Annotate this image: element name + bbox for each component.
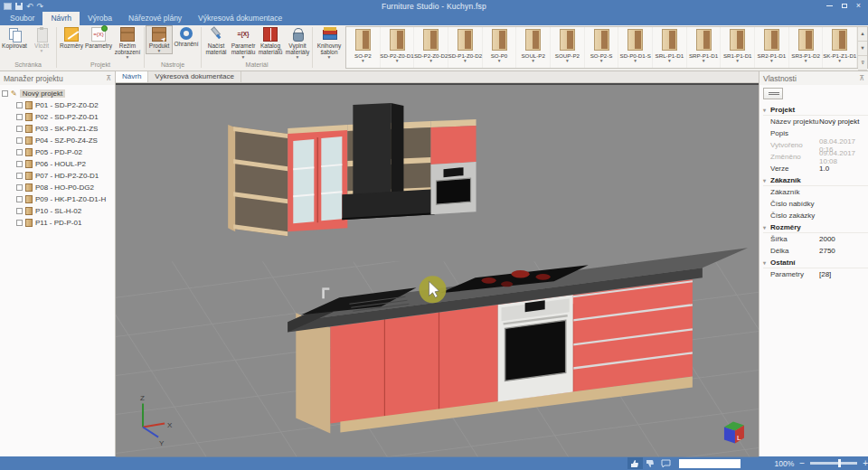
property-row[interactable]: Název projektuNový projekt xyxy=(763,116,868,127)
close-button[interactable]: × xyxy=(856,2,861,10)
tree-item[interactable]: P06 - HOUL-P2 xyxy=(2,158,113,170)
undo-icon[interactable]: ↶ xyxy=(26,2,33,11)
edging-button[interactable]: Ohranění xyxy=(173,25,200,48)
gallery-item[interactable]: SO-P2▾ xyxy=(346,27,381,68)
checkbox[interactable] xyxy=(16,126,23,132)
gallery-item[interactable]: SR2-P1-D1▾ xyxy=(755,27,789,68)
property-row[interactable]: Parametry[28] xyxy=(763,268,868,280)
feedback-input[interactable] xyxy=(679,459,741,468)
tab-vykresova-dokumentace[interactable]: Výkresová dokumentace xyxy=(190,12,290,25)
tab-narezove-plany[interactable]: Nářezové plány xyxy=(120,12,190,25)
redo-icon[interactable]: ↷ xyxy=(37,2,44,11)
pin-icon[interactable]: ⊼ xyxy=(859,74,864,82)
glass-door-cabinet[interactable] xyxy=(288,125,347,231)
tab-vyroba[interactable]: Výroba xyxy=(80,12,120,25)
zoom-out-button[interactable]: − xyxy=(799,459,805,468)
dimensions-button[interactable]: Rozměry xyxy=(58,25,85,50)
product-button[interactable]: Produkt ▾ xyxy=(146,25,173,54)
cabinet-icon xyxy=(25,172,33,180)
3d-viewport[interactable]: Z X Y L xyxy=(116,83,759,456)
copy-button[interactable]: Kopírovat xyxy=(1,25,28,50)
gallery-item[interactable]: SK-P1-Z1-D1▾ xyxy=(823,27,857,68)
gallery-item[interactable]: SO-P2-S▾ xyxy=(585,27,619,68)
tree-item[interactable]: P10 - SL-H-02 xyxy=(2,205,113,217)
gallery-item[interactable]: SD-P2-Z0-D1▾ xyxy=(381,27,415,68)
gallery-item[interactable]: SD-P0-D1-S▾ xyxy=(618,27,653,68)
doc-tab-navrh[interactable]: Návrh xyxy=(116,71,148,82)
checkbox[interactable] xyxy=(16,220,23,226)
paste-button[interactable]: Vložit ▾ xyxy=(28,25,55,54)
template-library-button[interactable]: Knihovny šablon ▾ xyxy=(314,25,344,61)
comment-button[interactable] xyxy=(658,457,674,469)
microwave[interactable] xyxy=(430,162,476,214)
parameters-button[interactable]: ={X} Parametry xyxy=(85,25,112,50)
checkbox[interactable] xyxy=(16,208,23,214)
gallery-item[interactable]: SRP-P1-D1▾ xyxy=(687,27,722,68)
checkbox[interactable] xyxy=(16,173,23,179)
gallery-item[interactable]: SR1-P1-D1▾ xyxy=(721,27,755,68)
oven[interactable] xyxy=(498,295,573,401)
checkbox[interactable] xyxy=(2,90,8,97)
checkbox[interactable] xyxy=(16,184,23,191)
save-icon[interactable] xyxy=(15,3,23,10)
gallery-scroll-down[interactable]: ▼ xyxy=(858,42,867,56)
gallery-item[interactable]: SR3-P1-D2▾ xyxy=(789,27,824,68)
gallery-scrollbar[interactable]: ▲ ▼ ⊽ xyxy=(857,27,867,68)
zoom-slider-thumb[interactable] xyxy=(838,459,841,467)
gallery-scroll-up[interactable]: ▲ xyxy=(858,27,867,42)
load-material-button[interactable]: Načíst materiál xyxy=(203,25,230,56)
display-mode-button[interactable]: Režim zobrazení ▾ xyxy=(112,25,143,61)
property-row[interactable]: Číslo nabídky xyxy=(763,198,868,210)
checkbox[interactable] xyxy=(16,137,23,144)
checkbox[interactable] xyxy=(16,196,23,202)
checkbox[interactable] xyxy=(16,114,23,120)
property-row[interactable]: Zákazník xyxy=(763,186,868,198)
gallery-item[interactable]: SOUP-P2▾ xyxy=(551,27,585,68)
fill-materials-button[interactable]: Vyplnit materiály ▾ xyxy=(284,25,311,61)
tree-item[interactable]: P08 - HO-P0-DG2 xyxy=(2,182,113,193)
upper-red-cabinet[interactable] xyxy=(430,119,476,164)
property-group-rozmery[interactable]: ▾Rozměry xyxy=(763,221,868,233)
gallery-item[interactable]: SD-P1-Z0-D2▾ xyxy=(448,27,483,68)
tab-soubor[interactable]: Soubor xyxy=(2,12,42,25)
tree-item[interactable]: P02 - SD-P2-Z0-D1 xyxy=(2,111,113,123)
property-row[interactable]: Číslo zakázky xyxy=(763,210,868,221)
tree-item[interactable]: P04 - SZ-P0-Z4-ZS xyxy=(2,135,113,146)
property-group-projekt[interactable]: ▾Projekt xyxy=(763,104,868,116)
property-row[interactable]: Šířka2000 xyxy=(763,233,868,245)
checkbox[interactable] xyxy=(16,149,23,155)
property-row[interactable]: Verze1.0 xyxy=(763,163,868,174)
checkbox[interactable] xyxy=(16,102,23,108)
corner-shelf-unit[interactable] xyxy=(228,125,288,236)
restore-button[interactable] xyxy=(842,4,847,8)
doc-tab-vykresova-dokumentace[interactable]: Výkresová dokumentace xyxy=(148,71,241,82)
tree-item[interactable]: P05 - PD-P-02 xyxy=(2,146,113,158)
tree-root[interactable]: ✎ Nový projekt xyxy=(2,88,113,99)
gallery-expand-button[interactable]: ⊽ xyxy=(858,56,867,70)
material-catalog-button[interactable]: Katalog materiálů xyxy=(257,25,284,56)
tree-item[interactable]: P01 - SD-P2-Z0-D2 xyxy=(2,99,113,111)
pin-icon[interactable]: ⊼ xyxy=(106,74,111,82)
tree-item[interactable]: P11 - PD-P-01 xyxy=(2,217,113,229)
tab-navrh[interactable]: Návrh xyxy=(42,12,80,25)
gallery-item[interactable]: SO-P0▾ xyxy=(483,27,517,68)
gallery-item[interactable]: SOUL-P2▾ xyxy=(516,27,551,68)
property-group-zakaznik[interactable]: ▾Zákazník xyxy=(763,174,868,186)
tree-item[interactable]: P07 - HD-P2-Z0-D1 xyxy=(2,170,113,182)
tree-item[interactable]: P09 - HK-P1-Z0-D1-H xyxy=(2,193,113,205)
thumbs-up-button[interactable] xyxy=(627,457,643,469)
property-row[interactable]: Délka2750 xyxy=(763,245,868,257)
gallery-item[interactable]: SD-P2-Z0-D2▾ xyxy=(414,27,448,68)
gallery-item[interactable]: SRL-P1-D1▾ xyxy=(653,27,687,68)
zoom-in-button[interactable]: + xyxy=(863,459,868,468)
thumbs-down-button[interactable] xyxy=(643,457,658,469)
tree-item[interactable]: P03 - SK-P0-Z1-ZS xyxy=(2,123,113,135)
3d-viewport-scene[interactable]: Z X Y L xyxy=(116,85,759,457)
material-parameter-button[interactable]: ={X} Parametr materiálu ▾ xyxy=(230,25,257,61)
property-row[interactable]: Změněno09.04.2017 10:08 xyxy=(763,151,868,163)
property-group-ostatni[interactable]: ▾Ostatní xyxy=(763,257,868,268)
filter-button[interactable] xyxy=(763,88,783,99)
zoom-slider[interactable] xyxy=(810,462,857,465)
checkbox[interactable] xyxy=(16,161,23,167)
minimize-button[interactable] xyxy=(826,5,833,6)
